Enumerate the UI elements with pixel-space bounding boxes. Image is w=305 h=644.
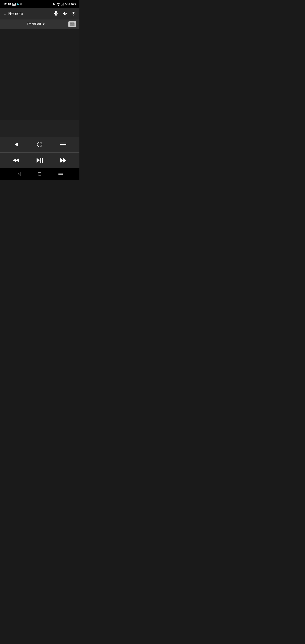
status-left: 12:18 ✕: [4, 2, 22, 6]
rewind-icon: [13, 158, 20, 163]
system-nav: [0, 168, 80, 180]
svg-rect-2: [13, 3, 14, 4]
svg-rect-10: [55, 10, 56, 14]
battery-icon: [72, 3, 76, 6]
scroll-area[interactable]: [0, 120, 80, 137]
svg-marker-35: [37, 158, 40, 163]
svg-rect-27: [73, 24, 74, 25]
svg-rect-20: [70, 24, 71, 24]
menu-icon: [60, 142, 66, 146]
keyboard-button[interactable]: [68, 21, 76, 27]
back-icon: [13, 142, 19, 148]
svg-rect-22: [72, 24, 72, 24]
svg-point-1: [13, 4, 14, 5]
system-home-button[interactable]: [36, 170, 44, 178]
svg-point-29: [37, 142, 42, 147]
svg-rect-26: [71, 24, 73, 25]
keyboard-icon: [70, 22, 74, 26]
back-chevron-icon[interactable]: ⌄: [4, 11, 6, 16]
signal-icon: [61, 3, 64, 6]
close-notification-icon[interactable]: ✕: [20, 3, 22, 6]
system-back-icon: [17, 172, 21, 176]
system-back-button[interactable]: [15, 170, 23, 178]
microphone-icon[interactable]: [54, 10, 58, 16]
svg-marker-39: [63, 158, 66, 162]
svg-marker-13: [63, 12, 65, 15]
svg-rect-19: [73, 23, 74, 23]
svg-marker-28: [15, 142, 18, 146]
svg-rect-36: [40, 158, 41, 163]
status-bar: 12:18 ✕ 50%: [0, 0, 80, 8]
svg-rect-25: [70, 24, 71, 25]
svg-rect-4: [62, 4, 62, 6]
app-title: Remote: [8, 11, 23, 16]
app-header: ⌄ Remote: [0, 8, 80, 20]
media-controls: [0, 153, 80, 168]
fast-forward-button[interactable]: [58, 156, 68, 165]
dropdown-arrow-icon: ▼: [42, 22, 45, 26]
trackpad-area[interactable]: [0, 29, 80, 120]
svg-marker-33: [13, 158, 16, 162]
svg-rect-5: [63, 4, 63, 6]
wifi-icon: [57, 3, 60, 6]
fast-forward-icon: [60, 158, 67, 163]
power-icon[interactable]: [71, 11, 76, 16]
scroll-divider: [40, 120, 40, 137]
svg-rect-24: [73, 24, 74, 24]
svg-rect-3: [62, 5, 62, 6]
system-recent-icon: [58, 172, 63, 176]
svg-marker-38: [60, 158, 63, 162]
svg-rect-18: [73, 23, 73, 23]
svg-rect-8: [76, 4, 76, 5]
volume-icon[interactable]: [62, 11, 67, 16]
trackpad-selector[interactable]: TrackPad ▼: [27, 22, 45, 26]
svg-rect-15: [70, 23, 71, 23]
home-icon: [37, 142, 42, 148]
status-right: 50%: [53, 3, 76, 6]
svg-rect-41: [38, 172, 41, 175]
play-pause-button[interactable]: [34, 156, 45, 165]
photo-icon: [12, 3, 16, 6]
header-icons: [54, 10, 76, 16]
battery-text: 50%: [65, 3, 70, 6]
home-button[interactable]: [35, 140, 44, 149]
svg-rect-37: [42, 158, 43, 163]
toolbar: TrackPad ▼: [0, 20, 80, 29]
svg-rect-23: [73, 24, 73, 24]
notification-icon: [17, 4, 19, 5]
trackpad-label: TrackPad: [27, 22, 41, 26]
mute-icon: [53, 3, 56, 6]
svg-marker-40: [18, 172, 20, 175]
rewind-button[interactable]: [11, 156, 21, 165]
svg-rect-9: [72, 4, 74, 5]
header-left: ⌄ Remote: [4, 11, 23, 16]
system-home-icon: [38, 172, 42, 176]
svg-marker-34: [16, 158, 19, 162]
menu-button[interactable]: [59, 141, 68, 148]
system-recent-button[interactable]: [57, 170, 64, 178]
svg-rect-21: [71, 24, 72, 24]
nav-bar: [0, 137, 80, 152]
status-time: 12:18: [4, 2, 11, 6]
svg-rect-6: [63, 3, 64, 5]
play-pause-icon: [36, 158, 43, 163]
svg-rect-16: [71, 23, 72, 23]
back-button[interactable]: [12, 140, 21, 149]
svg-rect-17: [72, 23, 72, 23]
